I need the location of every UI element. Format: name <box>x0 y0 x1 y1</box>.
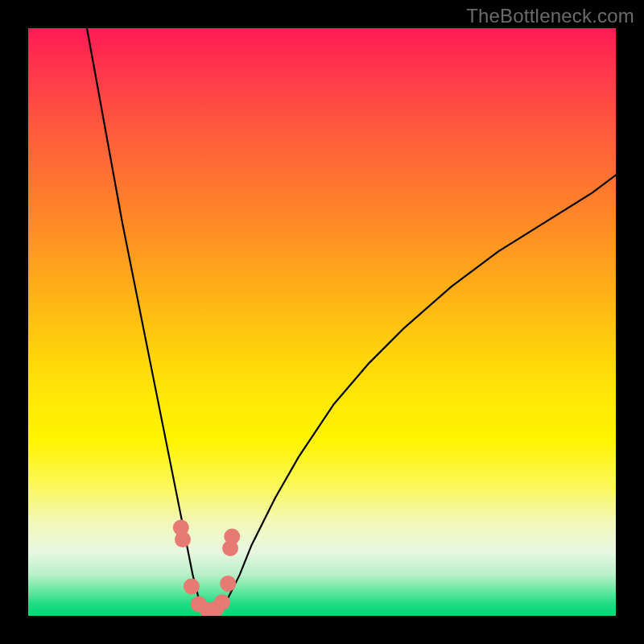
plot-area <box>28 28 616 616</box>
chart-frame: TheBottleneck.com <box>0 0 644 644</box>
bottleneck-curve-svg <box>28 28 616 616</box>
highlight-point <box>224 529 240 545</box>
highlight-markers <box>173 520 240 617</box>
watermark-text: TheBottleneck.com <box>466 5 634 27</box>
highlight-point <box>175 531 191 547</box>
highlight-point <box>184 579 200 595</box>
highlight-point <box>220 576 236 592</box>
highlight-point <box>214 594 230 610</box>
bottleneck-curve <box>87 28 616 616</box>
